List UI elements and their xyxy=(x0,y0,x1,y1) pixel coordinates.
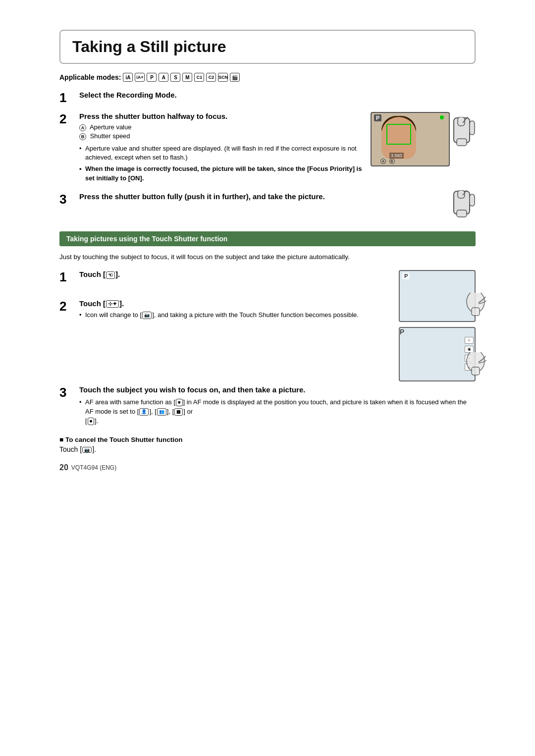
step-1-number: 1 xyxy=(59,91,75,105)
side-icon-1: ⊹ xyxy=(465,337,474,344)
page-number: 20 xyxy=(59,463,68,472)
title-box: Taking a Still picture xyxy=(59,30,476,64)
mode-c1: C1 xyxy=(194,73,204,82)
green-dot xyxy=(440,115,444,119)
label-b: B Shutter speed xyxy=(79,132,363,140)
touch-step-2-bullets: Icon will change to [📷], and taking a pi… xyxy=(79,311,389,320)
label-b-text: Shutter speed xyxy=(90,132,130,140)
svg-rect-2 xyxy=(457,139,467,146)
touch-step-3-heading: Touch the subject you wish to focus on, … xyxy=(79,385,476,394)
hand-shutter-icon xyxy=(453,117,476,153)
step-2-text: Press the shutter button halfway to focu… xyxy=(79,112,363,185)
cancel-touch-icon: 📷 xyxy=(82,447,92,453)
touch-step-1-content: Touch [☜]. xyxy=(79,270,389,282)
svg-rect-13 xyxy=(472,367,480,375)
mode-m: M xyxy=(182,73,192,82)
svg-rect-1 xyxy=(470,121,475,135)
touch-step-2-number: 2 xyxy=(59,299,75,314)
touch1-preview-wrapper: P xyxy=(399,270,476,322)
exposure-value: 3.560 xyxy=(389,153,404,159)
touch-step-2: 2 Touch [⊹✦]. Icon will change to [📷], a… xyxy=(59,299,389,322)
touch2-preview-wrapper: P ⊹ ▣ ≡ ■ xyxy=(399,327,476,381)
label-a: A Aperture value xyxy=(79,123,363,131)
svg-rect-11 xyxy=(472,308,480,316)
touch-img-column: P P ⊹ ▣ ≡ ■ xyxy=(399,270,476,381)
label-a-text: Aperture value xyxy=(90,123,132,131)
step-2-with-image: Press the shutter button halfway to focu… xyxy=(79,112,476,185)
step-1-content: Select the Recording Mode. xyxy=(79,91,476,102)
af-mode-sq: ■ xyxy=(88,418,94,425)
touch-step-1-number: 1 xyxy=(59,270,75,284)
af-mode-zone: ▦ xyxy=(174,408,183,416)
step-3-number: 3 xyxy=(59,192,75,207)
touch-steps-content: 1 Touch [☜]. 2 Touch [⊹✦]. Icon will cha… xyxy=(59,270,389,330)
af-area-icon: ■ xyxy=(176,399,182,406)
touch2-p-label: P xyxy=(400,328,475,336)
touch2-changed-icon: 📷 xyxy=(142,312,152,319)
mode-ia-plus: iA+ xyxy=(135,73,145,82)
touch1-hand-icon xyxy=(465,293,486,321)
touch-step-2-content: Touch [⊹✦]. Icon will change to [📷], and… xyxy=(79,299,389,322)
circle-b: B xyxy=(79,133,86,140)
mode-scn: SCN xyxy=(218,73,228,82)
preview-p-label: P xyxy=(374,114,381,121)
mode-s: S xyxy=(170,73,180,82)
svg-rect-6 xyxy=(470,194,475,206)
touch-step-3-number: 3 xyxy=(59,385,75,400)
svg-rect-7 xyxy=(457,210,467,217)
step-3: 3 Press the shutter button fully (push i… xyxy=(59,192,476,221)
focus-box xyxy=(386,124,411,145)
touch-step-3-bullets: AF area with same function as [■] in AF … xyxy=(79,398,476,426)
touch-step-1-heading: Touch [☜]. xyxy=(79,270,389,279)
step-2-heading: Press the shutter button halfway to focu… xyxy=(79,112,363,120)
mode-c2: C2 xyxy=(206,73,216,82)
cancel-heading: ■ To cancel the Touch Shutter function xyxy=(59,436,476,443)
touch1-screen-preview: P xyxy=(399,270,476,322)
step-2-image: P 3.560 A B xyxy=(371,112,476,166)
step-3-content: Press the shutter button fully (push it … xyxy=(79,192,476,221)
step-3-hand-icon xyxy=(453,190,476,221)
touch-shutter-intro: Just by touching the subject to focus, i… xyxy=(59,252,476,262)
step-1-heading: Select the Recording Mode. xyxy=(79,91,476,99)
applicable-modes: Applicable modes: iA iA+ P A S M C1 C2 S… xyxy=(59,73,476,82)
step-3-layout: Press the shutter button fully (push it … xyxy=(79,192,476,221)
page-title: Taking a Still picture xyxy=(72,38,226,55)
mode-a: A xyxy=(159,73,168,82)
step-2: 2 Press the shutter button halfway to fo… xyxy=(59,112,476,185)
camera-preview: P 3.560 A B xyxy=(371,112,450,166)
touch-step-2-heading: Touch [⊹✦]. xyxy=(79,299,389,308)
step-1: 1 Select the Recording Mode. xyxy=(59,91,476,105)
touch2-hand-icon xyxy=(465,352,486,380)
circle-a: A xyxy=(79,124,86,131)
touch2-screen-preview: P ⊹ ▣ ≡ ■ xyxy=(399,327,476,381)
touch-step-1: 1 Touch [☜]. xyxy=(59,270,389,284)
touch-step-3: 3 Touch the subject you wish to focus on… xyxy=(59,385,476,428)
af-mode-multi: 👥 xyxy=(157,408,166,416)
bullet-exposure: Aperture value and shutter speed are dis… xyxy=(79,144,363,163)
step-2-content: Press the shutter button halfway to focu… xyxy=(79,112,476,185)
camera-preview-wrapper: P 3.560 A B xyxy=(371,112,450,166)
bullet-focus-priority: When the image is correctly focused, the… xyxy=(79,164,363,183)
mode-movie: 🎬 xyxy=(230,73,240,82)
applicable-modes-label: Applicable modes: xyxy=(59,73,121,81)
af-mode-face: 👤 xyxy=(139,408,149,416)
touch-steps-wrapper: 1 Touch [☜]. 2 Touch [⊹✦]. Icon will cha… xyxy=(59,270,476,381)
touch-step-3-content: Touch the subject you wish to focus on, … xyxy=(79,385,476,428)
footer-version: VQT4G94 (ENG) xyxy=(71,464,116,471)
touch1-p-label: P xyxy=(402,272,410,279)
ab-label: A B xyxy=(380,159,397,164)
step-3-heading: Press the shutter button fully (push it … xyxy=(79,192,445,201)
touch1-icon: ☜ xyxy=(106,271,115,279)
page-footer: 20 VQT4G94 (ENG) xyxy=(59,463,476,472)
touch-shutter-banner: Taking pictures using the Touch Shutter … xyxy=(59,231,476,246)
step-2-number: 2 xyxy=(59,112,75,126)
step-2-bullets: Aperture value and shutter speed are dis… xyxy=(79,144,363,183)
cancel-text: Touch [📷]. xyxy=(59,445,476,453)
side-icon-2: ▣ xyxy=(465,346,474,353)
aperture-shutter-labels: A Aperture value B Shutter speed xyxy=(79,123,363,140)
cancel-section: ■ To cancel the Touch Shutter function T… xyxy=(59,436,476,453)
mode-ia: iA xyxy=(123,73,133,82)
mode-p: P xyxy=(147,73,157,82)
touch-step-2-bullet: Icon will change to [📷], and taking a pi… xyxy=(79,311,389,320)
touch-step-3-bullet: AF area with same function as [■] in AF … xyxy=(79,398,476,426)
